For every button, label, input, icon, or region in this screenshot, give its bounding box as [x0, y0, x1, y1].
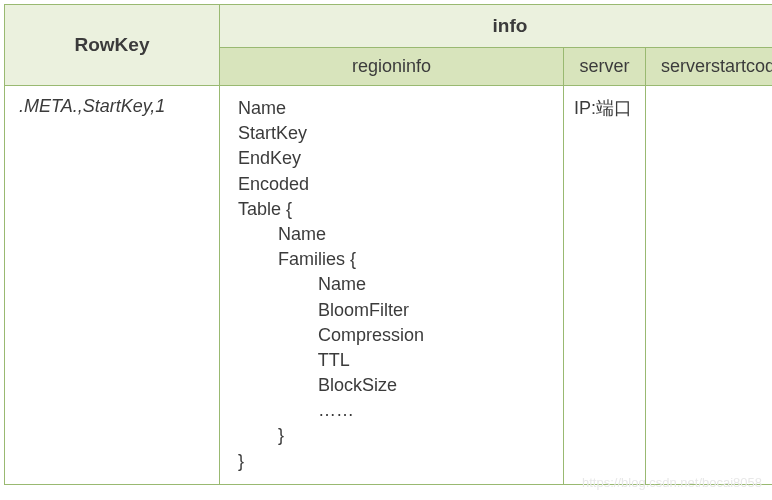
cell-server: IP:端口: [564, 86, 646, 485]
subheader-server: server: [564, 48, 646, 86]
subheader-regioninfo: regioninfo: [220, 48, 564, 86]
subheader-serverstartcode: serverstartcode: [646, 48, 773, 86]
cell-rowkey: .META.,StartKey,1: [5, 86, 220, 485]
header-rowkey: RowKey: [5, 5, 220, 86]
meta-table: RowKey info regioninfo server serverstar…: [4, 4, 772, 485]
cell-regioninfo: Name StartKey EndKey Encoded Table { Nam…: [220, 86, 564, 485]
watermark: https://blog.csdn.net/bocai8058: [582, 475, 762, 490]
header-info: info: [220, 5, 773, 48]
cell-serverstartcode: [646, 86, 773, 485]
